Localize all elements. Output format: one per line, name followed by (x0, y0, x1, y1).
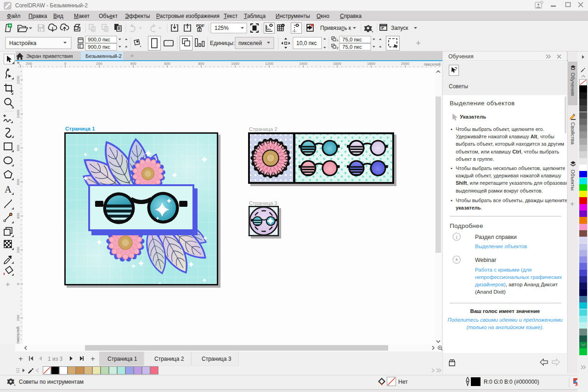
svg-text:200: 200 (26, 62, 32, 66)
svg-text:400: 400 (16, 213, 20, 219)
svg-text:Страница 2: Страница 2 (154, 356, 184, 362)
svg-text:Страница 1: Страница 1 (65, 126, 95, 131)
svg-text:Нет: Нет (398, 379, 408, 385)
svg-text:75,0 пкс: 75,0 пкс (342, 37, 362, 42)
svg-text:1200: 1200 (16, 76, 20, 84)
svg-text:y: y (337, 46, 339, 50)
svg-text:Страница 3: Страница 3 (202, 356, 232, 362)
svg-text:Настройка: Настройка (9, 40, 36, 46)
svg-text:2000: 2000 (401, 62, 409, 66)
svg-text:R:0 G:0 B:0 (#000000): R:0 G:0 B:0 (#000000) (484, 379, 539, 385)
svg-text:1800: 1800 (367, 62, 375, 66)
svg-text:Страница 2: Страница 2 (249, 126, 277, 132)
svg-text:800: 800 (16, 145, 20, 151)
svg-text:10,0 пкс: 10,0 пкс (296, 40, 317, 46)
svg-text:1400: 1400 (299, 62, 307, 66)
svg-text:900,0 пкс: 900,0 пкс (88, 44, 110, 50)
svg-text:75,0 пкс: 75,0 пкс (342, 44, 362, 50)
svg-text:400: 400 (130, 62, 136, 66)
svg-text:0: 0 (64, 62, 67, 66)
svg-text:?: ? (454, 67, 457, 72)
svg-text:1000: 1000 (16, 110, 20, 118)
svg-text:x: x (337, 39, 339, 42)
svg-text:Привязать к: Привязать к (320, 25, 351, 31)
svg-text:пикселей: пикселей (238, 40, 262, 46)
svg-text:Страница 3: Страница 3 (249, 200, 277, 206)
svg-text:200: 200 (96, 62, 102, 66)
svg-text:+: + (90, 354, 95, 363)
svg-text:пикселей: пикселей (424, 62, 441, 67)
svg-text:1 из 3: 1 из 3 (48, 356, 63, 362)
svg-text:Единицы:: Единицы: (210, 40, 235, 46)
svg-text:1200: 1200 (265, 62, 273, 66)
svg-text:900,0 пкс: 900,0 пкс (88, 37, 110, 42)
svg-text:125%: 125% (215, 25, 229, 31)
svg-text:0: 0 (16, 283, 20, 285)
svg-text:Страница 1: Страница 1 (107, 356, 137, 362)
svg-text:Советы по инструментам: Советы по инструментам (19, 379, 84, 385)
svg-text:i: i (456, 234, 458, 240)
svg-text:200: 200 (16, 247, 20, 253)
svg-text:Запуск: Запуск (391, 25, 408, 31)
svg-text:+: + (18, 354, 23, 363)
svg-text:600: 600 (16, 179, 20, 185)
svg-text:пикселей: пикселей (16, 327, 20, 344)
svg-text:A: A (5, 184, 12, 195)
svg-text:1000: 1000 (231, 62, 239, 66)
svg-text:800: 800 (198, 62, 204, 66)
svg-text:+: + (6, 280, 10, 289)
svg-text:+: + (416, 38, 421, 48)
svg-text:200: 200 (16, 315, 20, 321)
svg-text:600: 600 (164, 62, 170, 66)
svg-text:1600: 1600 (333, 62, 341, 66)
